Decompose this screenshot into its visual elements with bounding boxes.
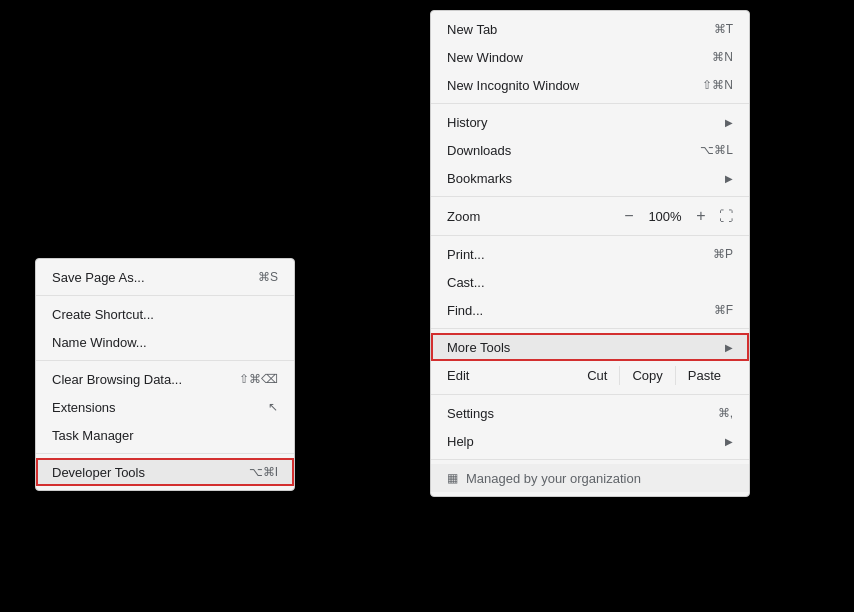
separator-1 bbox=[431, 103, 749, 104]
menu-item-new-window[interactable]: New Window ⌘N bbox=[431, 43, 749, 71]
sub-separator-1 bbox=[36, 295, 294, 296]
menu-item-new-tab[interactable]: New Tab ⌘T bbox=[431, 15, 749, 43]
separator-3 bbox=[431, 235, 749, 236]
screenshot-container: New Tab ⌘T New Window ⌘N New Incognito W… bbox=[0, 0, 854, 612]
cut-button[interactable]: Cut bbox=[575, 366, 619, 385]
menu-item-history[interactable]: History ▶ bbox=[431, 108, 749, 136]
copy-button[interactable]: Copy bbox=[619, 366, 674, 385]
menu-item-help[interactable]: Help ▶ bbox=[431, 427, 749, 455]
managed-label: Managed by your organization bbox=[466, 471, 641, 486]
submenu-more-tools: Save Page As... ⌘S Create Shortcut... Na… bbox=[35, 258, 295, 491]
sub-separator-2 bbox=[36, 360, 294, 361]
cursor-icon: ↖ bbox=[268, 400, 278, 414]
submenu-item-developer-tools[interactable]: Developer Tools ⌥⌘I bbox=[36, 458, 294, 486]
sub-separator-3 bbox=[36, 453, 294, 454]
zoom-fullscreen-button[interactable]: ⛶ bbox=[719, 208, 733, 224]
zoom-label: Zoom bbox=[447, 209, 619, 224]
submenu-item-name-window[interactable]: Name Window... bbox=[36, 328, 294, 356]
separator-6 bbox=[431, 459, 749, 460]
zoom-minus-button[interactable]: − bbox=[619, 206, 639, 226]
zoom-plus-button[interactable]: + bbox=[691, 206, 711, 226]
submenu-item-create-shortcut[interactable]: Create Shortcut... bbox=[36, 300, 294, 328]
edit-row: Edit Cut Copy Paste bbox=[431, 361, 749, 390]
menu-item-print[interactable]: Print... ⌘P bbox=[431, 240, 749, 268]
submenu-item-save-page[interactable]: Save Page As... ⌘S bbox=[36, 263, 294, 291]
submenu-item-extensions[interactable]: Extensions ↖ bbox=[36, 393, 294, 421]
menu-item-more-tools[interactable]: More Tools ▶ bbox=[431, 333, 749, 361]
managed-row: ▦ Managed by your organization bbox=[431, 464, 749, 492]
edit-label: Edit bbox=[447, 368, 567, 383]
zoom-row: Zoom − 100% + ⛶ bbox=[431, 201, 749, 231]
menu-item-bookmarks[interactable]: Bookmarks ▶ bbox=[431, 164, 749, 192]
separator-2 bbox=[431, 196, 749, 197]
managed-icon: ▦ bbox=[447, 471, 458, 485]
separator-4 bbox=[431, 328, 749, 329]
submenu-item-task-manager[interactable]: Task Manager bbox=[36, 421, 294, 449]
menu-item-new-incognito[interactable]: New Incognito Window ⇧⌘N bbox=[431, 71, 749, 99]
chrome-menu: New Tab ⌘T New Window ⌘N New Incognito W… bbox=[430, 10, 750, 497]
menu-item-downloads[interactable]: Downloads ⌥⌘L bbox=[431, 136, 749, 164]
menu-item-cast[interactable]: Cast... bbox=[431, 268, 749, 296]
menu-item-find[interactable]: Find... ⌘F bbox=[431, 296, 749, 324]
zoom-value: 100% bbox=[647, 209, 683, 224]
submenu-item-clear-browsing[interactable]: Clear Browsing Data... ⇧⌘⌫ bbox=[36, 365, 294, 393]
edit-actions: Cut Copy Paste bbox=[567, 366, 733, 385]
zoom-controls: − 100% + ⛶ bbox=[619, 206, 733, 226]
menu-item-settings[interactable]: Settings ⌘, bbox=[431, 399, 749, 427]
paste-button[interactable]: Paste bbox=[675, 366, 733, 385]
separator-5 bbox=[431, 394, 749, 395]
